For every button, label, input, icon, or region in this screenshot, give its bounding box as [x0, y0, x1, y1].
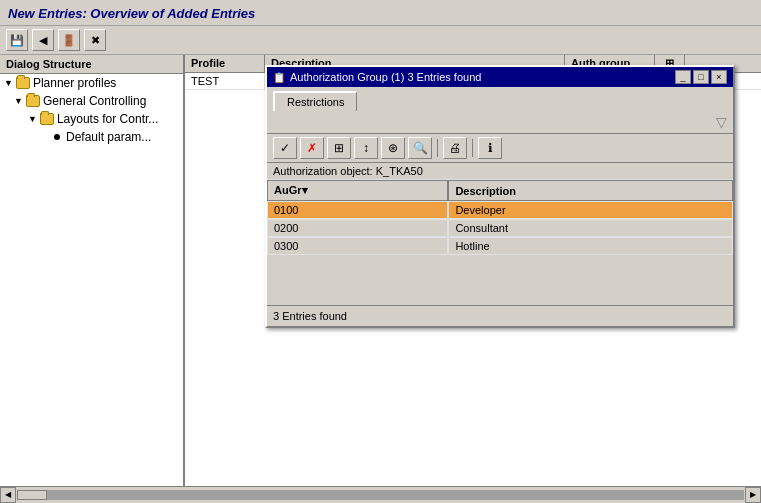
- modal-tabs: Restrictions: [267, 87, 733, 111]
- scroll-right-button[interactable]: ▶: [745, 487, 761, 503]
- bottom-scrollbar: ◀ ▶: [0, 486, 761, 502]
- info-button[interactable]: ℹ: [478, 137, 502, 159]
- cancel-button[interactable]: ✖: [84, 29, 106, 51]
- bullet-icon: [54, 134, 60, 140]
- expand-arrow: ▼: [28, 114, 37, 124]
- cell-desc: Hotline: [448, 237, 733, 255]
- tab-restrictions-label: Restrictions: [287, 96, 344, 108]
- folder-icon: [26, 95, 40, 107]
- back-button[interactable]: ◀: [32, 29, 54, 51]
- save-button[interactable]: 💾: [6, 29, 28, 51]
- modal-overlay: 📋 Authorization Group (1) 3 Entries foun…: [185, 55, 761, 486]
- scroll-left-button[interactable]: ◀: [0, 487, 16, 503]
- dialog-structure-panel: Dialog Structure ▼ Planner profiles ▼ Ge…: [0, 55, 185, 486]
- cell-desc: Developer: [448, 201, 733, 219]
- filter-button[interactable]: ⊛: [381, 137, 405, 159]
- main-layout: Dialog Structure ▼ Planner profiles ▼ Ge…: [0, 55, 761, 486]
- modal-spacer: [267, 255, 733, 305]
- grid-button[interactable]: ⊞: [327, 137, 351, 159]
- dialog-structure-header: Dialog Structure: [0, 55, 183, 74]
- tree-label: Default param...: [66, 130, 151, 144]
- cell-profile: TEST: [185, 73, 265, 89]
- folder-icon: [40, 113, 54, 125]
- reject-button[interactable]: ✗: [300, 137, 324, 159]
- main-toolbar: 💾 ◀ 🚪 ✖: [0, 26, 761, 55]
- authorization-group-modal: 📋 Authorization Group (1) 3 Entries foun…: [265, 65, 735, 328]
- close-button[interactable]: ×: [711, 70, 727, 84]
- inner-table-row[interactable]: 0200 Consultant: [267, 219, 733, 237]
- modal-title-bar: 📋 Authorization Group (1) 3 Entries foun…: [267, 67, 733, 87]
- modal-filter-bar: ▽: [267, 111, 733, 134]
- inner-table: AuGr▾ Description 0100 Developer 0200 Co…: [267, 180, 733, 255]
- tree-item-layouts[interactable]: ▼ Layouts for Contr...: [0, 110, 183, 128]
- cell-augr: 0200: [267, 219, 448, 237]
- toolbar-separator2: [472, 139, 473, 157]
- sort-button[interactable]: ↕: [354, 137, 378, 159]
- modal-title-icon: 📋: [273, 72, 285, 83]
- filter-icon: ▽: [716, 114, 727, 130]
- print-button[interactable]: 🖨: [443, 137, 467, 159]
- modal-title-text: Authorization Group (1) 3 Entries found: [290, 71, 481, 83]
- exit-button[interactable]: 🚪: [58, 29, 80, 51]
- tab-restrictions[interactable]: Restrictions: [273, 91, 357, 111]
- cell-augr: 0100: [267, 201, 448, 219]
- scroll-track[interactable]: [17, 490, 744, 500]
- cell-augr: 0300: [267, 237, 448, 255]
- minimize-button[interactable]: _: [675, 70, 691, 84]
- tree-item-default-param[interactable]: Default param...: [0, 128, 183, 146]
- inner-table-header: AuGr▾ Description: [267, 180, 733, 201]
- cell-desc: Consultant: [448, 219, 733, 237]
- modal-title-left: 📋 Authorization Group (1) 3 Entries foun…: [273, 71, 481, 83]
- search-button[interactable]: 🔍: [408, 137, 432, 159]
- confirm-button[interactable]: ✓: [273, 137, 297, 159]
- tree-item-planner-profiles[interactable]: ▼ Planner profiles: [0, 74, 183, 92]
- modal-toolbar: ✓ ✗ ⊞ ↕ ⊛ 🔍 🖨 ℹ: [267, 134, 733, 163]
- inner-table-row[interactable]: 0100 Developer: [267, 201, 733, 219]
- modal-controls: _ □ ×: [675, 70, 727, 84]
- maximize-button[interactable]: □: [693, 70, 709, 84]
- tree-label: General Controlling: [43, 94, 146, 108]
- expand-arrow: ▼: [4, 78, 13, 88]
- tree-label: Planner profiles: [33, 76, 116, 90]
- scroll-thumb[interactable]: [17, 490, 47, 500]
- entries-count: 3 Entries found: [273, 310, 347, 322]
- th-augr: AuGr▾: [267, 180, 448, 201]
- expand-arrow: ▼: [14, 96, 23, 106]
- modal-footer: 3 Entries found: [267, 305, 733, 326]
- main-table-panel: Profile Description Auth.group ⊞ TEST TE…: [185, 55, 761, 486]
- col-profile: Profile: [185, 55, 265, 72]
- auth-object-label: Authorization object: K_TKA50: [267, 163, 733, 180]
- page-title: New Entries: Overview of Added Entries: [8, 6, 753, 21]
- inner-table-row[interactable]: 0300 Hotline: [267, 237, 733, 255]
- title-bar: New Entries: Overview of Added Entries: [0, 0, 761, 26]
- tree-item-general-controlling[interactable]: ▼ General Controlling: [0, 92, 183, 110]
- folder-icon: [16, 77, 30, 89]
- th-description: Description: [448, 180, 733, 201]
- toolbar-separator: [437, 139, 438, 157]
- tree-label: Layouts for Contr...: [57, 112, 158, 126]
